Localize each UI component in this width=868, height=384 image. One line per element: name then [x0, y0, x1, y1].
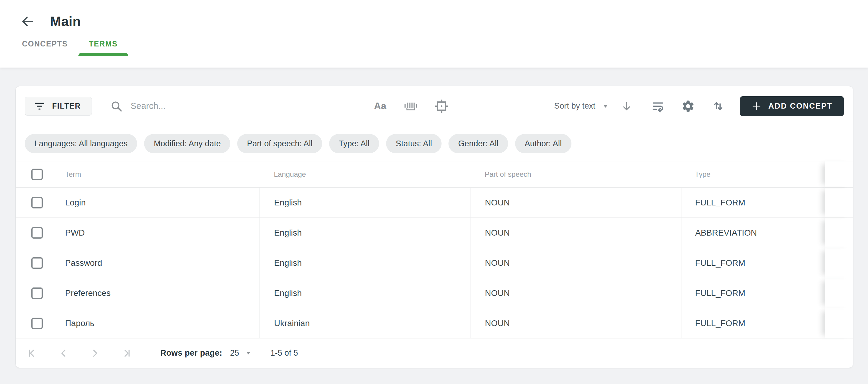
pinned-column-cell: [825, 308, 853, 338]
table-header-row: Term Language Part of speech Type: [16, 161, 853, 188]
crosshair-frame-icon: [434, 99, 449, 114]
pagination-bar: Rows per page: 25 1-5 of 5: [16, 338, 853, 368]
rows-per-page-select[interactable]: 25: [230, 348, 250, 358]
next-page-button[interactable]: [89, 347, 101, 360]
add-concept-label: ADD CONCEPT: [768, 101, 832, 111]
pinned-column-header: [825, 161, 853, 187]
whole-word-button[interactable]: [403, 98, 418, 114]
tab-terms[interactable]: TERMS: [79, 31, 128, 56]
chevron-left-icon: [58, 347, 70, 359]
pinned-column-cell: [825, 188, 853, 217]
last-page-icon: [120, 347, 132, 359]
filter-chip[interactable]: Author: All: [515, 134, 571, 153]
cell-part-of-speech: NOUN: [485, 198, 510, 208]
table-row[interactable]: Preferences English NOUN FULL_FORM: [16, 278, 853, 308]
row-checkbox[interactable]: [31, 197, 43, 208]
sort-by-select[interactable]: Sort by text: [554, 101, 608, 111]
cell-language: English: [274, 258, 302, 268]
select-all-checkbox[interactable]: [31, 169, 43, 180]
tab-concepts-label: CONCEPTS: [22, 39, 68, 48]
table-body: Login English NOUN FULL_FORM PWD English…: [16, 188, 853, 338]
table-row[interactable]: Password English NOUN FULL_FORM: [16, 248, 853, 278]
row-checkbox[interactable]: [31, 227, 43, 239]
filter-chip[interactable]: Languages: All languages: [25, 134, 137, 153]
cell-part-of-speech: NOUN: [485, 258, 510, 268]
filter-chip[interactable]: Part of speech: All: [237, 134, 322, 153]
row-checkbox[interactable]: [31, 318, 43, 329]
search-input[interactable]: [130, 101, 341, 111]
cell-term: Password: [65, 258, 102, 268]
cell-part-of-speech: NOUN: [485, 228, 510, 238]
pagination-range: 1-5 of 5: [270, 348, 298, 358]
page-title: Main: [50, 14, 81, 29]
wrap-text-button[interactable]: [650, 98, 666, 114]
filter-chip-label: Gender: All: [458, 139, 498, 148]
cell-type: FULL_FORM: [695, 319, 745, 328]
filter-chips-row: Languages: All languages Modified: Any d…: [16, 126, 853, 161]
sort-by-label: Sort by text: [554, 101, 595, 111]
filter-chip-label: Part of speech: All: [247, 139, 313, 148]
filter-chip-label: Modified: Any date: [154, 139, 221, 148]
search-options: Aa: [372, 98, 450, 114]
rows-per-page-value: 25: [230, 348, 239, 358]
cell-language: Ukrainian: [274, 319, 310, 328]
pinned-column-cell: [825, 218, 853, 248]
whole-word-icon: [403, 100, 418, 113]
table-row[interactable]: Пароль Ukrainian NOUN FULL_FORM: [16, 308, 853, 338]
import-export-icon: [712, 100, 724, 113]
active-tab-indicator: [79, 53, 128, 56]
wrap-text-icon: [651, 99, 665, 113]
table-row[interactable]: PWD English NOUN ABBREVIATION: [16, 218, 853, 248]
filter-icon: [34, 102, 45, 111]
cell-part-of-speech: NOUN: [485, 319, 510, 328]
pinned-column-cell: [825, 278, 853, 308]
back-arrow-icon: [21, 14, 35, 29]
cell-term: PWD: [65, 228, 85, 238]
cell-type: ABBREVIATION: [695, 228, 757, 238]
match-case-icon: Aa: [374, 100, 386, 112]
exact-match-button[interactable]: [434, 98, 450, 114]
chevron-right-icon: [89, 347, 101, 359]
filter-chip[interactable]: Status: All: [386, 134, 441, 153]
match-case-button[interactable]: Aa: [372, 98, 388, 114]
tab-bar: CONCEPTS TERMS: [0, 31, 868, 56]
gear-icon: [681, 99, 695, 113]
filter-chip[interactable]: Modified: Any date: [144, 134, 230, 153]
column-header-term: Term: [65, 170, 81, 179]
last-page-button[interactable]: [120, 347, 133, 360]
table-row[interactable]: Login English NOUN FULL_FORM: [16, 188, 853, 218]
arrow-down-icon: [621, 100, 632, 112]
cell-part-of-speech: NOUN: [485, 288, 510, 298]
row-checkbox[interactable]: [31, 288, 43, 299]
tab-concepts[interactable]: CONCEPTS: [11, 31, 79, 56]
filter-chip-label: Type: All: [339, 139, 370, 148]
app-header: Main CONCEPTS TERMS: [0, 0, 868, 67]
toolbar-icon-group: [650, 98, 726, 114]
filter-chip-label: Languages: All languages: [34, 139, 127, 148]
add-concept-button[interactable]: ADD CONCEPT: [740, 96, 844, 116]
search-box: [110, 100, 369, 113]
sort-direction-button[interactable]: [619, 98, 634, 114]
filter-button[interactable]: FILTER: [25, 97, 92, 116]
column-header-part-of-speech: Part of speech: [485, 170, 531, 179]
cell-term: Пароль: [65, 319, 94, 328]
rows-per-page-label: Rows per page:: [160, 348, 222, 358]
filter-chip[interactable]: Type: All: [329, 134, 379, 153]
search-icon: [110, 100, 123, 113]
previous-page-button[interactable]: [57, 347, 70, 360]
settings-button[interactable]: [680, 98, 696, 114]
import-export-button[interactable]: [710, 98, 726, 114]
tab-terms-label: TERMS: [89, 39, 118, 48]
back-button[interactable]: [19, 13, 36, 30]
filter-chip[interactable]: Gender: All: [448, 134, 508, 153]
toolbar-right: Sort by text: [554, 96, 844, 116]
row-checkbox[interactable]: [31, 257, 43, 269]
filter-chip-label: Author: All: [525, 139, 562, 148]
caret-down-icon: [603, 105, 608, 108]
cell-type: FULL_FORM: [695, 288, 745, 298]
first-page-button[interactable]: [26, 347, 38, 360]
column-header-language: Language: [274, 170, 306, 179]
terms-table: Term Language Part of speech Type Login …: [16, 161, 853, 338]
terms-panel: FILTER Aa: [16, 86, 853, 368]
caret-down-icon: [246, 352, 250, 354]
